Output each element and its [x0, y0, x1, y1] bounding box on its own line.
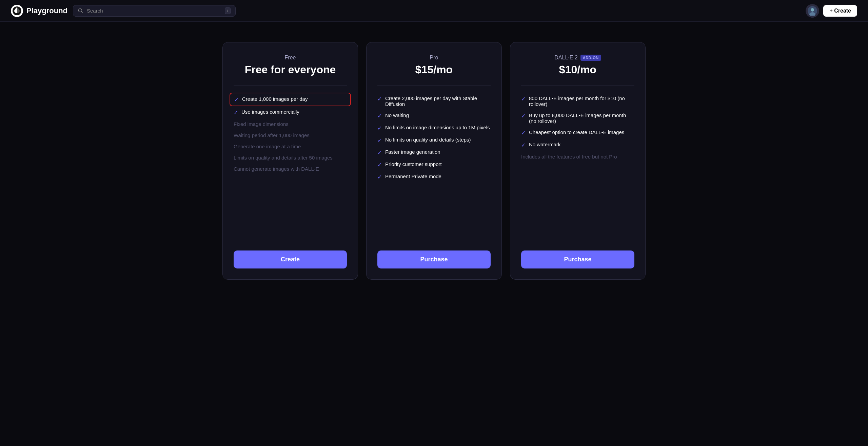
card-title-free: Free for everyone	[234, 63, 347, 76]
pricing-section: Free Free for everyone ✓ Create 1,000 im…	[0, 22, 868, 300]
feature-text: Fixed image dimensions	[234, 121, 289, 127]
feature-item-pro-4: ✓ Faster image generation	[377, 149, 491, 156]
check-icon: ✓	[234, 109, 238, 116]
feature-text: Use images commercially	[241, 109, 299, 115]
card-action-btn-free[interactable]: Create	[234, 250, 347, 268]
create-button[interactable]: + Create	[823, 5, 857, 17]
card-title-dalle: $10/mo	[521, 63, 634, 76]
feature-text: Waiting period after 1,000 images	[234, 132, 310, 138]
search-shortcut-key: /	[225, 7, 231, 14]
check-icon: ✓	[377, 149, 382, 156]
feature-item-free-1: ✓ Use images commercially	[234, 109, 347, 116]
card-tier-pro: Pro	[377, 55, 491, 61]
card-action-btn-dalle[interactable]: Purchase	[521, 250, 634, 268]
feature-item-dalle-4: Includes all the features of free but no…	[521, 154, 634, 160]
card-action-btn-pro[interactable]: Purchase	[377, 250, 491, 268]
feature-text: Generate one image at a time	[234, 144, 301, 149]
check-icon: ✓	[521, 113, 526, 119]
feature-item-pro-5: ✓ Priority customer support	[377, 161, 491, 168]
search-bar[interactable]: Search /	[73, 5, 236, 17]
feature-item-pro-6: ✓ Permanent Private mode	[377, 173, 491, 180]
check-icon: ✓	[234, 96, 239, 103]
pricing-card-pro: Pro $15/mo ✓ Create 2,000 images per day…	[366, 42, 502, 280]
feature-item-dalle-2: ✓ Cheapest option to create DALL•E image…	[521, 129, 634, 136]
feature-item-pro-1: ✓ No waiting	[377, 112, 491, 119]
feature-item-pro-2: ✓ No limits on image dimensions up to 1M…	[377, 125, 491, 131]
tier-label-dalle: DALL·E 2	[554, 55, 577, 61]
feature-text: Priority customer support	[385, 161, 442, 167]
check-icon: ✓	[521, 142, 526, 148]
feature-text: Permanent Private mode	[385, 173, 441, 179]
check-icon: ✓	[521, 96, 526, 102]
svg-point-3	[811, 8, 814, 12]
feature-text: Create 1,000 images per day	[242, 96, 308, 102]
check-icon: ✓	[377, 125, 382, 131]
card-tier-free: Free	[234, 55, 347, 61]
search-icon	[78, 8, 83, 14]
features-list-free: ✓ Create 1,000 images per day ✓ Use imag…	[234, 95, 347, 240]
check-icon: ✓	[377, 113, 382, 119]
create-button-label: + Create	[829, 8, 851, 14]
feature-item-free-6: Cannot generate images with DALL-E	[234, 166, 347, 172]
feature-item-free-5: Limits on quality and details after 50 i…	[234, 155, 347, 161]
addon-badge: ADD-ON	[580, 55, 601, 61]
feature-item-dalle-0: ✓ 800 DALL•E images per month for $10 (n…	[521, 95, 634, 107]
card-divider-pro	[377, 86, 491, 86]
feature-text: No limits on quality and details (steps)	[385, 137, 471, 143]
header-right: + Create	[806, 4, 857, 18]
card-divider-free	[234, 86, 347, 86]
feature-text: Cannot generate images with DALL-E	[234, 166, 319, 172]
search-placeholder: Search	[87, 8, 221, 14]
feature-text: Includes all the features of free but no…	[521, 154, 617, 160]
feature-text: Cheapest option to create DALL•E images	[529, 129, 624, 135]
features-list-pro: ✓ Create 2,000 images per day with Stabl…	[377, 95, 491, 240]
logo-link[interactable]: Playground	[11, 5, 67, 17]
app-title: Playground	[26, 6, 67, 15]
header-left: Playground Search /	[11, 5, 236, 17]
pricing-card-free: Free Free for everyone ✓ Create 1,000 im…	[222, 42, 358, 280]
feature-text: No waiting	[385, 112, 409, 118]
card-title-pro: $15/mo	[377, 63, 491, 76]
user-avatar[interactable]	[806, 4, 819, 18]
pricing-card-dalle: DALL·E 2 ADD-ON $10/mo ✓ 800 DALL•E imag…	[510, 42, 646, 280]
feature-item-pro-3: ✓ No limits on quality and details (step…	[377, 137, 491, 144]
feature-text: Create 2,000 images per day with Stable …	[385, 95, 491, 107]
feature-item-dalle-1: ✓ Buy up to 8,000 DALL•E images per mont…	[521, 112, 634, 124]
feature-text: No watermark	[529, 142, 560, 147]
feature-item-pro-0: ✓ Create 2,000 images per day with Stabl…	[377, 95, 491, 107]
card-divider-dalle	[521, 86, 634, 86]
feature-text: 800 DALL•E images per month for $10 (no …	[529, 95, 634, 107]
feature-item-dalle-3: ✓ No watermark	[521, 142, 634, 148]
logo-icon	[11, 5, 23, 17]
card-tier-dalle: DALL·E 2 ADD-ON	[521, 55, 634, 61]
feature-item-free-4: Generate one image at a time	[234, 144, 347, 149]
features-list-dalle: ✓ 800 DALL•E images per month for $10 (n…	[521, 95, 634, 240]
feature-text: No limits on image dimensions up to 1M p…	[385, 125, 490, 130]
feature-text: Faster image generation	[385, 149, 440, 155]
check-icon: ✓	[377, 137, 382, 144]
feature-item-free-3: Waiting period after 1,000 images	[234, 132, 347, 138]
check-icon: ✓	[377, 96, 382, 102]
check-icon: ✓	[377, 174, 382, 180]
check-icon: ✓	[377, 162, 382, 168]
header: Playground Search / + Create	[0, 0, 868, 22]
feature-text: Buy up to 8,000 DALL•E images per month …	[529, 112, 634, 124]
feature-item-free-2: Fixed image dimensions	[234, 121, 347, 127]
feature-item-free-0: ✓ Create 1,000 images per day	[230, 93, 351, 106]
check-icon: ✓	[521, 130, 526, 136]
feature-text: Limits on quality and details after 50 i…	[234, 155, 333, 161]
